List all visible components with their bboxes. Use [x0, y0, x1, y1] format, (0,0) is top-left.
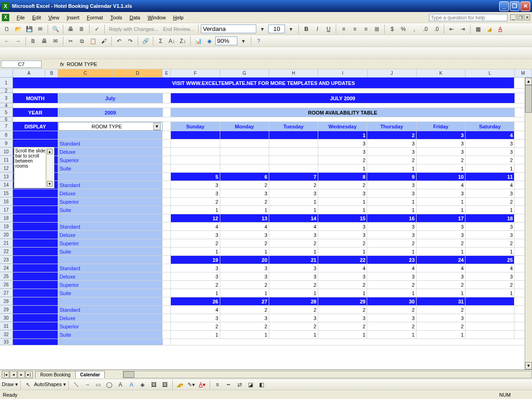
horizontal-scrollbar[interactable] [123, 371, 532, 378]
availability-cell[interactable]: 2 [220, 198, 269, 206]
autosum-icon[interactable]: Σ [156, 36, 166, 46]
row-header[interactable]: 10 [0, 148, 13, 156]
row-header[interactable]: 23 [0, 256, 13, 264]
mdi-close-button[interactable]: ✕ [524, 14, 530, 20]
availability-cell[interactable]: 2 [367, 239, 416, 247]
availability-cell[interactable]: 1 [269, 206, 318, 214]
availability-cell[interactable]: 3 [269, 272, 318, 280]
select-icon[interactable]: ↖ [23, 380, 33, 390]
availability-cell[interactable]: 3 [318, 272, 367, 280]
availability-cell[interactable]: 2 [367, 322, 416, 330]
availability-cell[interactable]: 3 [269, 314, 318, 322]
availability-cell[interactable]: 4 [367, 264, 416, 272]
availability-cell[interactable]: 1 [466, 206, 514, 214]
spelling-icon[interactable]: ✓ [92, 24, 102, 34]
print-icon[interactable]: 🖶 [39, 36, 49, 46]
availability-cell[interactable]: 3 [318, 231, 367, 239]
mdi-restore-button[interactable]: ❐ [517, 14, 523, 20]
availability-cell[interactable]: 2 [466, 198, 514, 206]
availability-cell[interactable]: 3 [367, 272, 416, 280]
chart-icon[interactable]: 📊 [193, 36, 203, 46]
row-header[interactable]: 18 [0, 214, 13, 222]
availability-cell[interactable]: 1 [417, 248, 466, 255]
availability-cell[interactable]: 2 [171, 198, 220, 206]
cell[interactable] [163, 148, 171, 156]
worksheet[interactable]: ABCDEFGHIJKLM1VISIT WWW.EXCELTEMPLATE.NE… [0, 69, 532, 369]
availability-cell[interactable]: 3 [269, 264, 318, 272]
cell[interactable] [163, 272, 171, 280]
availability-cell[interactable]: 2 [318, 239, 367, 247]
availability-cell[interactable]: 1 [318, 164, 367, 172]
dropdown-icon[interactable]: ▾ [257, 24, 267, 34]
availability-cell[interactable]: 2 [466, 239, 514, 247]
column-header-L[interactable]: L [466, 69, 514, 77]
diagram-icon[interactable]: ◈ [138, 380, 148, 390]
cell[interactable] [163, 297, 171, 305]
tab-first-icon[interactable]: |◂ [2, 371, 9, 378]
availability-cell[interactable]: 1 [367, 198, 416, 206]
row-header[interactable]: 1 [0, 78, 13, 88]
cell[interactable] [163, 189, 171, 197]
minimize-button[interactable]: _ [499, 1, 509, 11]
scroll-up-icon[interactable]: ▲ [47, 149, 53, 154]
year-value[interactable]: 2009 [58, 108, 163, 117]
availability-cell[interactable] [220, 148, 269, 156]
font-color-icon[interactable]: A▾ [197, 380, 207, 390]
redo-icon[interactable]: ↷ [125, 36, 135, 46]
copy-icon[interactable]: ⧉ [77, 36, 87, 46]
availability-cell[interactable]: 3 [417, 189, 466, 197]
availability-cell[interactable]: 3 [318, 223, 367, 230]
availability-cell[interactable]: 1 [417, 289, 466, 297]
cell[interactable] [163, 108, 171, 117]
availability-cell[interactable]: 3 [417, 231, 466, 239]
availability-cell[interactable]: 3 [367, 148, 416, 156]
column-header-M[interactable]: M [515, 69, 532, 77]
availability-cell[interactable]: 2 [417, 322, 466, 330]
availability-cell[interactable]: 3 [417, 223, 466, 230]
cell[interactable] [171, 339, 532, 345]
availability-cell[interactable] [220, 164, 269, 172]
row-header[interactable]: 29 [0, 306, 13, 314]
row-header[interactable]: 27 [0, 289, 13, 297]
availability-cell[interactable]: 4 [466, 264, 514, 272]
sort-asc-icon[interactable]: A↓ [167, 36, 177, 46]
availability-cell[interactable]: 3 [171, 272, 220, 280]
availability-cell[interactable]: 2 [269, 306, 318, 314]
new-icon[interactable]: 🗋 [2, 24, 12, 34]
print-icon[interactable]: 🖶 [66, 24, 76, 34]
availability-cell[interactable]: 2 [269, 239, 318, 247]
percent-icon[interactable]: % [398, 24, 408, 34]
merge-icon[interactable]: ⊞ [372, 24, 382, 34]
availability-cell[interactable]: 2 [367, 281, 416, 289]
availability-cell[interactable]: 2 [318, 181, 367, 189]
menu-format[interactable]: Format [83, 14, 107, 21]
decrease-decimal-icon[interactable]: .0 [431, 24, 441, 34]
paste-icon[interactable]: 📋 [88, 36, 98, 46]
font-size-selector[interactable] [268, 24, 285, 33]
column-header-F[interactable]: F [171, 69, 220, 77]
availability-cell[interactable]: 4 [318, 264, 367, 272]
availability-cell[interactable]: 2 [220, 306, 269, 314]
font-color-icon[interactable]: A [495, 24, 505, 34]
availability-cell[interactable]: 1 [367, 289, 416, 297]
row-header[interactable]: 25 [0, 272, 13, 280]
sort-desc-icon[interactable]: Z↓ [178, 36, 188, 46]
column-header-J[interactable]: J [368, 69, 417, 77]
availability-cell[interactable]: 2 [269, 181, 318, 189]
cell[interactable] [58, 339, 163, 345]
cell[interactable] [163, 322, 171, 330]
cell[interactable] [163, 181, 171, 189]
availability-cell[interactable]: 1 [171, 289, 220, 297]
availability-cell[interactable]: 4 [417, 181, 466, 189]
availability-cell[interactable]: 3 [417, 139, 466, 147]
scroll-down-icon[interactable]: ▼ [525, 362, 532, 369]
zoom-selector[interactable] [215, 36, 237, 45]
availability-cell[interactable]: 4 [417, 264, 466, 272]
cell[interactable] [163, 173, 171, 181]
row-header[interactable]: 7 [0, 122, 13, 131]
wordart-icon[interactable]: A [127, 380, 137, 390]
cell[interactable] [163, 214, 171, 222]
tab-prev-icon[interactable]: ◂ [10, 371, 17, 378]
name-box[interactable]: C7 [1, 60, 42, 68]
vertical-scrollbar[interactable]: ▲ ▼ [525, 78, 532, 369]
